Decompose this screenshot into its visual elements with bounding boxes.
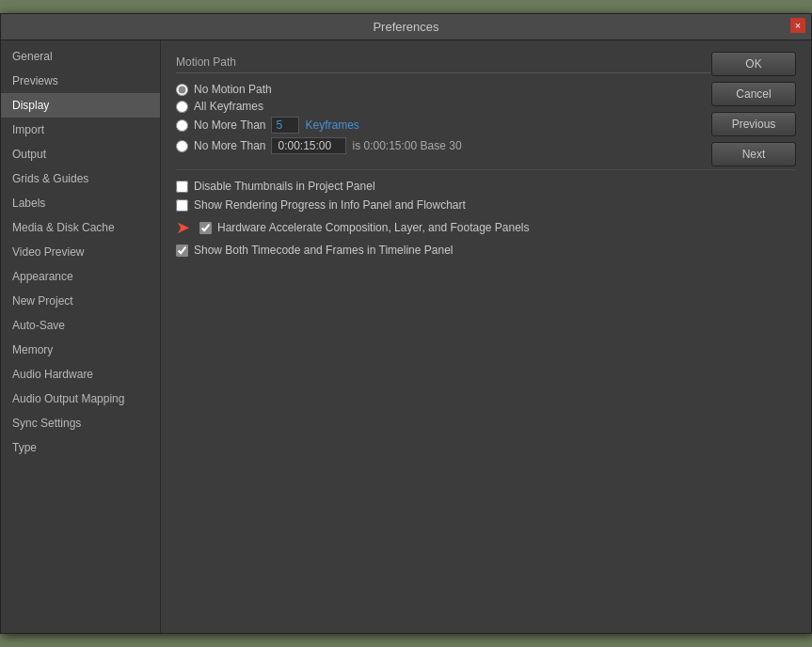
arrow-indicator: ➤ [176,217,190,238]
checkbox-section: Disable Thumbnails in Project Panel Show… [176,169,796,257]
disable-thumbnails-checkbox[interactable] [176,181,188,193]
no-motion-path-option: No Motion Path [176,83,796,96]
close-button[interactable]: × [790,18,805,33]
dialog-title: Preferences [373,20,438,34]
sidebar-item-display[interactable]: Display [1,93,160,118]
no-motion-path-label: No Motion Path [194,83,272,96]
no-more-than-keyframes-radio[interactable] [176,119,188,132]
show-rendering-label: Show Rendering Progress in Info Panel an… [194,198,466,212]
time-display: is 0:00:15:00 Base 30 [352,139,461,152]
dialog-content: GeneralPreviewsDisplayImportOutputGrids … [1,40,811,633]
preferences-dialog: Preferences × GeneralPreviewsDisplayImpo… [0,13,812,634]
no-more-than-time-radio[interactable] [176,140,188,152]
no-more-than-keyframes-label: No More Than [194,118,265,132]
sidebar-item-import[interactable]: Import [1,118,160,142]
sidebar-item-type[interactable]: Type [1,435,160,460]
all-keyframes-radio[interactable] [176,101,188,113]
time-value-input[interactable] [271,137,346,154]
hardware-accelerate-group: ➤ Hardware Accelerate Composition, Layer… [176,217,796,238]
sidebar-item-audio-output-mapping[interactable]: Audio Output Mapping [1,387,160,411]
sidebar-item-sync-settings[interactable]: Sync Settings [1,411,160,435]
sidebar-item-general[interactable]: General [1,44,160,69]
hardware-accelerate-label: Hardware Accelerate Composition, Layer, … [217,221,530,234]
previous-button[interactable]: Previous [711,112,796,136]
sidebar-item-output[interactable]: Output [1,142,160,166]
sidebar-item-previews[interactable]: Previews [1,69,160,93]
no-more-than-time-row: No More Than is 0:00:15:00 Base 30 [176,137,796,154]
motion-path-section: Motion Path No Motion Path All Keyframes… [176,55,796,154]
all-keyframes-label: All Keyframes [194,100,263,113]
no-more-than-keyframes-row: No More Than Keyframes [176,117,796,134]
section-title: Motion Path [176,55,796,73]
show-timecode-group: Show Both Timecode and Frames in Timelin… [176,244,796,257]
sidebar-item-audio-hardware[interactable]: Audio Hardware [1,362,160,387]
cancel-button[interactable]: Cancel [711,82,796,106]
sidebar-item-media-disk-cache[interactable]: Media & Disk Cache [1,215,160,240]
show-rendering-group: Show Rendering Progress in Info Panel an… [176,198,796,212]
title-bar: Preferences × [1,14,811,40]
sidebar-item-appearance[interactable]: Appearance [1,264,160,289]
button-panel: OK Cancel Previous Next [711,52,796,166]
no-motion-path-radio[interactable] [176,84,188,96]
no-more-than-time-label: No More Than [194,139,265,152]
sidebar-item-memory[interactable]: Memory [1,338,160,362]
keyframes-value-input[interactable] [271,117,299,134]
disable-thumbnails-label: Disable Thumbnails in Project Panel [194,180,375,193]
disable-thumbnails-group: Disable Thumbnails in Project Panel [176,180,796,193]
sidebar-item-video-preview[interactable]: Video Preview [1,240,160,264]
hardware-accelerate-checkbox[interactable] [199,222,212,234]
sidebar-item-new-project[interactable]: New Project [1,289,160,313]
keyframes-suffix: Keyframes [305,118,358,132]
show-timecode-checkbox[interactable] [176,245,188,257]
next-button[interactable]: Next [711,142,796,166]
ok-button[interactable]: OK [711,52,796,76]
sidebar: GeneralPreviewsDisplayImportOutputGrids … [1,40,161,633]
all-keyframes-option: All Keyframes [176,100,796,113]
show-timecode-label: Show Both Timecode and Frames in Timelin… [194,244,453,257]
show-rendering-checkbox[interactable] [176,199,188,212]
sidebar-item-auto-save[interactable]: Auto-Save [1,313,160,338]
sidebar-item-labels[interactable]: Labels [1,191,160,215]
sidebar-item-grids-guides[interactable]: Grids & Guides [1,166,160,191]
